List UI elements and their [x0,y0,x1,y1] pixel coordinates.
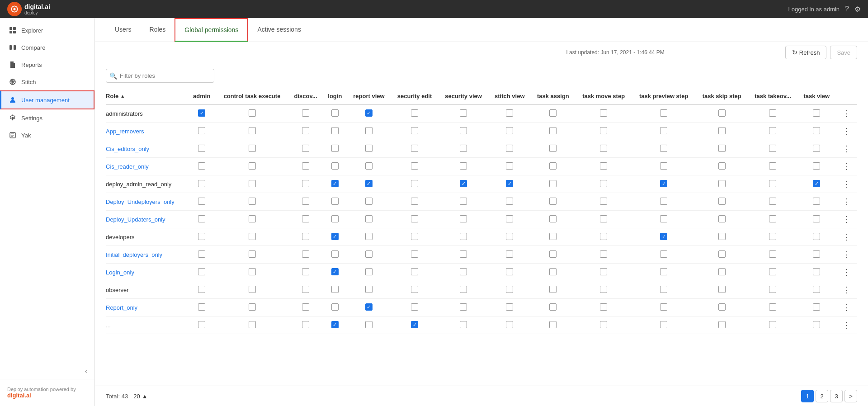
unchecked-checkbox[interactable] [813,321,820,328]
unchecked-checkbox[interactable] [769,109,776,117]
settings-icon[interactable]: ⚙ [854,5,861,14]
checkbox-cell-task_move_step[interactable] [576,140,632,158]
role-name-cell[interactable]: Deploy_Undeployers_only [106,193,188,211]
unchecked-checkbox[interactable] [600,127,607,134]
unchecked-checkbox[interactable] [600,321,607,328]
checkbox-cell-task_preview_step[interactable] [632,281,696,299]
checked-checkbox[interactable] [331,180,339,187]
unchecked-checkbox[interactable] [660,268,667,275]
unchecked-checkbox[interactable] [600,250,607,258]
unchecked-checkbox[interactable] [660,145,667,152]
checkbox-cell-task_view[interactable] [797,211,835,228]
checkbox-cell-task_takeov[interactable] [748,193,798,211]
unchecked-checkbox[interactable] [411,268,418,275]
checked-checkbox[interactable] [331,321,339,328]
checkbox-cell-admin[interactable] [188,299,216,316]
unchecked-checkbox[interactable] [411,109,418,117]
checkbox-cell-task_takeov[interactable] [748,228,798,246]
unchecked-checkbox[interactable] [460,127,467,134]
checked-checkbox[interactable] [331,233,339,240]
unchecked-checkbox[interactable] [769,321,776,328]
checkbox-cell-login[interactable] [323,246,347,264]
unchecked-checkbox[interactable] [302,321,309,328]
unchecked-checkbox[interactable] [718,215,726,222]
unchecked-checkbox[interactable] [198,250,205,258]
checked-checkbox[interactable] [198,109,205,117]
checkbox-cell-security_edit[interactable] [391,264,438,281]
sidebar-item-settings[interactable]: Settings [0,109,94,127]
tab-roles[interactable]: Roles [141,19,175,42]
checkbox-cell-task_preview_step[interactable] [632,228,696,246]
unchecked-checkbox[interactable] [365,145,373,152]
unchecked-checkbox[interactable] [331,303,339,311]
checkbox-cell-security_view[interactable] [439,299,489,316]
unchecked-checkbox[interactable] [302,180,309,187]
unchecked-checkbox[interactable] [249,180,256,187]
checkbox-cell-admin[interactable] [188,246,216,264]
unchecked-checkbox[interactable] [460,233,467,240]
checkbox-cell-task_assign[interactable] [531,246,576,264]
checkbox-cell-task_view[interactable] [797,175,835,193]
unchecked-checkbox[interactable] [660,215,667,222]
checked-checkbox[interactable] [660,233,667,240]
unchecked-checkbox[interactable] [813,127,820,134]
checkbox-cell-report_view[interactable] [347,193,391,211]
checkbox-cell-task_takeov[interactable] [748,281,798,299]
unchecked-checkbox[interactable] [198,321,205,328]
checkbox-cell-task_takeov[interactable] [748,246,798,264]
unchecked-checkbox[interactable] [549,145,557,152]
unchecked-checkbox[interactable] [769,233,776,240]
unchecked-checkbox[interactable] [718,198,726,205]
checkbox-cell-report_view[interactable] [347,175,391,193]
checkbox-cell-security_edit[interactable] [391,140,438,158]
checkbox-cell-security_view[interactable] [439,175,489,193]
unchecked-checkbox[interactable] [660,286,667,293]
row-more-options[interactable]: ⋮ [835,104,857,123]
more-options-button[interactable]: ⋮ [840,127,852,136]
unchecked-checkbox[interactable] [718,268,726,275]
per-page-select[interactable]: 20 ▲ [133,393,147,400]
checkbox-cell-control_task_execute[interactable] [216,158,288,175]
unchecked-checkbox[interactable] [249,198,256,205]
checkbox-cell-admin[interactable] [188,175,216,193]
help-icon[interactable]: ? [845,5,849,13]
unchecked-checkbox[interactable] [506,198,513,205]
checkbox-cell-task_assign[interactable] [531,140,576,158]
unchecked-checkbox[interactable] [331,162,339,170]
checkbox-cell-task_skip_step[interactable] [696,264,748,281]
checkbox-cell-stitch_view[interactable] [488,211,531,228]
unchecked-checkbox[interactable] [249,268,256,275]
checkbox-cell-task_view[interactable] [797,158,835,175]
checkbox-cell-report_view[interactable] [347,123,391,140]
unchecked-checkbox[interactable] [302,162,309,170]
unchecked-checkbox[interactable] [600,233,607,240]
page-btn-1[interactable]: 1 [801,390,814,402]
unchecked-checkbox[interactable] [302,250,309,258]
checkbox-cell-stitch_view[interactable] [488,158,531,175]
unchecked-checkbox[interactable] [302,198,309,205]
checkbox-cell-task_skip_step[interactable] [696,175,748,193]
row-more-options[interactable]: ⋮ [835,316,857,334]
checkbox-cell-task_assign[interactable] [531,228,576,246]
checkbox-cell-task_preview_step[interactable] [632,211,696,228]
checkbox-cell-task_takeov[interactable] [748,140,798,158]
checkbox-cell-task_skip_step[interactable] [696,246,748,264]
more-options-button[interactable]: ⋮ [840,321,852,330]
checkbox-cell-security_edit[interactable] [391,193,438,211]
unchecked-checkbox[interactable] [549,180,557,187]
row-more-options[interactable]: ⋮ [835,246,857,264]
checkbox-cell-task_takeov[interactable] [748,264,798,281]
unchecked-checkbox[interactable] [460,145,467,152]
unchecked-checkbox[interactable] [600,198,607,205]
checkbox-cell-report_view[interactable] [347,299,391,316]
sidebar-item-stitch[interactable]: Stitch [0,73,94,90]
checked-checkbox[interactable] [365,303,373,311]
unchecked-checkbox[interactable] [198,145,205,152]
unchecked-checkbox[interactable] [813,250,820,258]
checkbox-cell-discov[interactable] [288,140,323,158]
unchecked-checkbox[interactable] [249,303,256,311]
unchecked-checkbox[interactable] [549,127,557,134]
unchecked-checkbox[interactable] [411,127,418,134]
checkbox-cell-task_preview_step[interactable] [632,316,696,334]
sidebar-item-yak[interactable]: Yak [0,127,94,144]
